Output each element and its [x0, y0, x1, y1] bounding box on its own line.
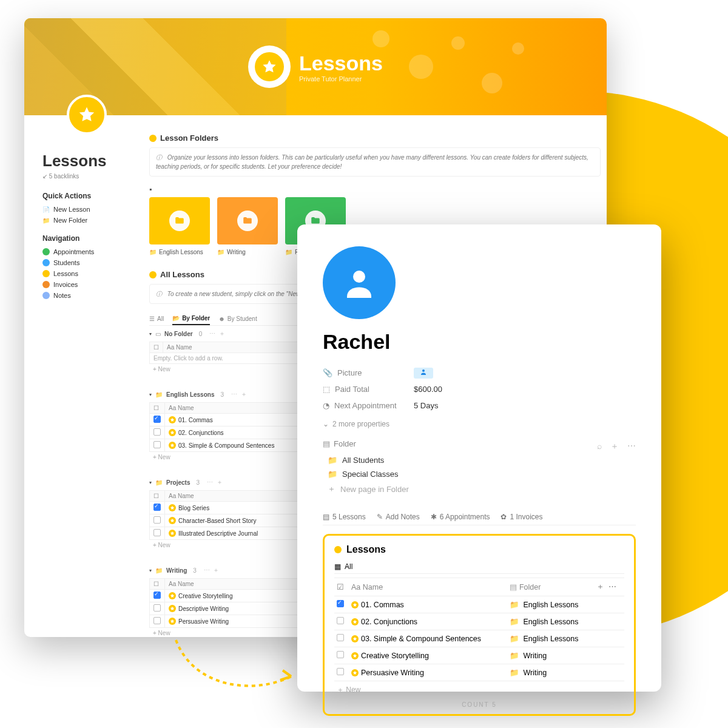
folder-link-all-students[interactable]: 📁 All Students	[323, 453, 636, 467]
student-sub-tabs: ▤5 Lessons ✎Add Notes ✱6 Appointments ✿1…	[323, 509, 636, 525]
folder-link-special-classes[interactable]: 📁 Special Classes	[323, 467, 636, 481]
star-icon	[169, 592, 176, 599]
quick-actions-heading: Quick Actions	[42, 192, 133, 200]
group-actions[interactable]: ⋯ ＋	[231, 390, 247, 399]
more-icon[interactable]: ⋯	[627, 441, 636, 451]
folder-icon: 📁	[328, 470, 337, 479]
table-row[interactable]: 01. Commas 📁English Lessons	[334, 596, 624, 613]
dot-icon	[334, 546, 342, 553]
new-page-in-folder[interactable]: ＋ New page in Folder	[323, 481, 636, 497]
table-row[interactable]: Creative Storytelling 📁Writing	[334, 647, 624, 664]
checkbox[interactable]	[153, 504, 161, 511]
folder-icon: ▤	[510, 583, 517, 592]
chevron-down-icon[interactable]: ▾	[149, 568, 152, 573]
edit-icon: ✎	[377, 513, 383, 521]
tab-invoices[interactable]: ✿1 Invoices	[500, 509, 542, 525]
person-icon: ☻	[218, 315, 225, 322]
checkbox[interactable]	[153, 617, 161, 624]
table-icon: ▦	[334, 562, 341, 571]
star-icon	[351, 652, 359, 659]
checkbox[interactable]	[153, 604, 161, 612]
checkbox[interactable]	[153, 441, 161, 448]
new-row-button[interactable]: ＋ New	[334, 681, 624, 699]
add-column-button[interactable]: ＋	[596, 582, 604, 591]
info-icon: ⓘ	[156, 291, 162, 297]
nav-icon	[42, 270, 50, 277]
picture-chip[interactable]	[414, 368, 433, 379]
checkbox[interactable]	[153, 428, 161, 436]
panel-title: Lessons	[334, 544, 624, 555]
prop-next-appointment[interactable]: ◔Next Appointment 5 Days	[323, 397, 636, 414]
plus-icon: ＋	[328, 484, 335, 494]
more-properties-toggle[interactable]: ⌄ 2 more properties	[323, 420, 636, 428]
folder-icon: 📁	[155, 479, 163, 486]
checkbox[interactable]	[337, 668, 344, 675]
prop-picture[interactable]: 📎Picture	[323, 365, 636, 381]
nav-item-students[interactable]: Students	[42, 257, 133, 268]
folder-card[interactable]: 📁Writing	[217, 197, 278, 244]
new-lesson-button[interactable]: 📄 New Lesson	[42, 204, 133, 215]
more-icon[interactable]: ⋯	[608, 582, 616, 591]
page-title: Lessons	[42, 152, 133, 170]
checkbox[interactable]	[337, 634, 344, 641]
bell-icon: ✱	[431, 513, 437, 521]
checkbox[interactable]	[153, 516, 161, 524]
star-icon	[351, 635, 359, 642]
tab-all[interactable]: ☰All	[149, 312, 164, 325]
nav-item-lessons[interactable]: Lessons	[42, 268, 133, 279]
student-name: Rachel	[323, 330, 636, 354]
tab-by-folder[interactable]: 📂By Folder	[172, 312, 210, 325]
group-actions[interactable]: ⋯ ＋	[209, 329, 225, 338]
list-icon: ☰	[149, 315, 155, 322]
prop-paid-total[interactable]: ⬚Paid Total $600.00	[323, 381, 636, 397]
folder-icon: 📁	[328, 456, 337, 465]
tab-by-student[interactable]: ☻By Student	[218, 312, 257, 325]
folder-icon: ▤	[323, 439, 330, 448]
folder-card[interactable]: 📁English Lessons	[149, 197, 210, 244]
nav-item-appointments[interactable]: Appointments	[42, 246, 133, 257]
dot-icon	[149, 271, 157, 278]
add-button[interactable]: ＋	[610, 441, 619, 451]
student-lessons-panel: Lessons ▦ All ☑ Aa Name ▤ Folder ＋ ⋯ 01.…	[323, 534, 636, 716]
group-actions[interactable]: ⋯ ＋	[207, 478, 223, 487]
star-icon	[351, 618, 359, 625]
tab-appointments[interactable]: ✱6 Appointments	[431, 509, 490, 525]
checkbox[interactable]	[337, 600, 344, 607]
page-icon[interactable]	[67, 95, 107, 135]
star-icon	[169, 530, 176, 537]
currency-icon: ⬚	[323, 385, 330, 394]
group-actions[interactable]: ⋯ ＋	[204, 566, 220, 575]
star-icon	[169, 605, 176, 612]
folder-icon: 📁	[510, 601, 519, 609]
folder-icon: 📁	[155, 567, 163, 574]
checkbox[interactable]	[337, 617, 344, 624]
nav-item-invoices[interactable]: Invoices	[42, 279, 133, 290]
person-icon	[341, 265, 377, 301]
table-row[interactable]: 03. Simple & Compound Sentences 📁English…	[334, 630, 624, 647]
nav-item-notes[interactable]: Notes	[42, 290, 133, 301]
chevron-down-icon[interactable]: ▾	[149, 480, 152, 485]
tab-notes[interactable]: ✎Add Notes	[377, 509, 420, 525]
table-row[interactable]: Persuasive Writing 📁Writing	[334, 664, 624, 681]
backlinks[interactable]: ↙ 5 backlinks	[42, 173, 133, 180]
star-icon	[169, 618, 176, 625]
checkbox[interactable]	[337, 651, 344, 658]
chevron-down-icon[interactable]: ▾	[149, 392, 152, 397]
sidebar: Lessons ↙ 5 backlinks Quick Actions 📄 Ne…	[42, 133, 133, 631]
new-folder-button[interactable]: 📁 New Folder	[42, 215, 133, 226]
panel-view-tab[interactable]: ▦ All	[334, 562, 624, 574]
folder-icon: 📂	[172, 315, 180, 322]
lesson-folders-heading: Lesson Folders	[149, 133, 601, 143]
checkbox[interactable]	[153, 529, 161, 536]
student-avatar[interactable]	[323, 246, 396, 319]
folder-relation-label: ▤ Folder	[323, 439, 356, 448]
search-icon[interactable]: ⌕	[597, 441, 602, 451]
checkbox[interactable]	[153, 592, 161, 599]
clock-icon: ◔	[323, 401, 329, 410]
table-row[interactable]: 02. Conjunctions 📁English Lessons	[334, 613, 624, 630]
col-folder: ▤ Folder	[507, 578, 594, 596]
folder-view-toggle[interactable]: ▪	[149, 185, 601, 194]
tab-lessons[interactable]: ▤5 Lessons	[323, 509, 366, 525]
checkbox[interactable]	[153, 416, 161, 423]
chevron-down-icon[interactable]: ▾	[149, 331, 152, 337]
